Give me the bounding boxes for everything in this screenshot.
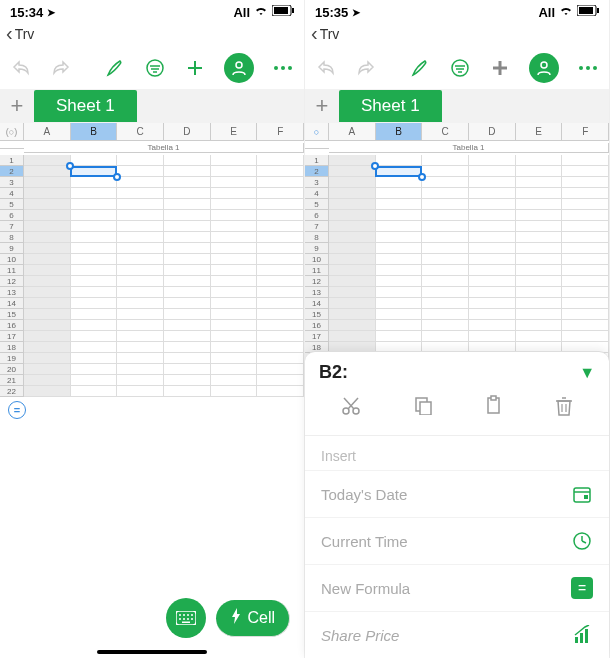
row-header[interactable]: 13	[0, 287, 24, 298]
row-header[interactable]: 22	[0, 386, 24, 397]
add-icon[interactable]	[184, 57, 206, 79]
insert-today-row[interactable]: Today's Date	[305, 470, 609, 517]
row-header[interactable]: 11	[305, 265, 329, 276]
row-header[interactable]: 19	[0, 353, 24, 364]
status-time: 15:34	[10, 5, 43, 20]
row-header[interactable]: 9	[305, 243, 329, 254]
undo-icon[interactable]	[10, 57, 32, 79]
cut-icon[interactable]	[340, 395, 362, 421]
more-icon[interactable]	[577, 57, 599, 79]
row-header[interactable]: 7	[305, 221, 329, 232]
keyboard-button[interactable]	[166, 598, 206, 638]
row-header[interactable]: 17	[0, 331, 24, 342]
row-header[interactable]: 12	[305, 276, 329, 287]
status-time: 15:35	[315, 5, 348, 20]
row-header[interactable]: 2	[0, 166, 24, 177]
col-header[interactable]: E	[211, 123, 258, 140]
row-header[interactable]: 5	[0, 199, 24, 210]
row-header[interactable]: 8	[305, 232, 329, 243]
row-header[interactable]: 1	[0, 155, 24, 166]
col-header[interactable]: A	[24, 123, 71, 140]
col-header[interactable]: D	[164, 123, 211, 140]
cell-button[interactable]: Cell	[216, 600, 290, 637]
redo-icon[interactable]	[355, 57, 377, 79]
row-header[interactable]: 9	[0, 243, 24, 254]
row-header[interactable]: 20	[0, 364, 24, 375]
filter-icon[interactable]	[449, 57, 471, 79]
insert-formula-row[interactable]: New Formula =	[305, 564, 609, 611]
row-header[interactable]: 13	[305, 287, 329, 298]
redo-icon[interactable]	[50, 57, 72, 79]
back-row[interactable]: ‹ Trv	[0, 22, 304, 47]
row-header[interactable]: 12	[0, 276, 24, 287]
add-sheet-button[interactable]: +	[0, 93, 34, 119]
row-header[interactable]: 8	[0, 232, 24, 243]
row-header[interactable]: 16	[305, 320, 329, 331]
row-header[interactable]: 10	[305, 254, 329, 265]
col-header[interactable]: C	[117, 123, 164, 140]
row-header[interactable]: 3	[305, 177, 329, 188]
col-header[interactable]: D	[469, 123, 516, 140]
sheet-tab[interactable]: Sheet 1	[339, 90, 442, 122]
delete-icon[interactable]	[554, 395, 574, 421]
wifi-icon	[254, 5, 268, 19]
copy-icon[interactable]	[413, 395, 433, 421]
row-header[interactable]: 14	[0, 298, 24, 309]
row-header[interactable]: 14	[305, 298, 329, 309]
sheet-tab[interactable]: Sheet 1	[34, 90, 137, 122]
row-header[interactable]: 11	[0, 265, 24, 276]
filter-icon[interactable]	[144, 57, 166, 79]
add-sheet-button[interactable]: +	[305, 93, 339, 119]
insert-share-row[interactable]: Share Price	[305, 611, 609, 658]
row-header[interactable]: 5	[305, 199, 329, 210]
insert-time-row[interactable]: Current Time	[305, 517, 609, 564]
svg-rect-2	[292, 8, 294, 13]
svg-point-11	[281, 66, 285, 70]
row-header[interactable]: 6	[0, 210, 24, 221]
row-header[interactable]: 16	[0, 320, 24, 331]
spreadsheet-grid[interactable]: (○) A B C D E F Tabella 1 1 2 3 4 5 6 7 …	[0, 123, 304, 397]
selection-handle-br[interactable]	[418, 173, 426, 181]
col-header[interactable]: F	[257, 123, 304, 140]
row-header[interactable]: 3	[0, 177, 24, 188]
row-header[interactable]: 17	[305, 331, 329, 342]
col-header[interactable]: C	[422, 123, 469, 140]
home-indicator[interactable]	[97, 650, 207, 654]
cell-selection[interactable]	[375, 166, 422, 177]
row-header[interactable]: 2	[305, 166, 329, 177]
row-header[interactable]: 1	[305, 155, 329, 166]
row-header[interactable]: 21	[0, 375, 24, 386]
more-icon[interactable]	[272, 57, 294, 79]
row-header[interactable]: 4	[305, 188, 329, 199]
col-header[interactable]: E	[516, 123, 563, 140]
row-header[interactable]: 15	[305, 309, 329, 320]
select-all-corner[interactable]: ○	[305, 123, 329, 140]
avatar-icon[interactable]	[529, 53, 559, 83]
formula-button[interactable]: =	[8, 401, 26, 419]
row-header[interactable]: 10	[0, 254, 24, 265]
selection-handle-tl[interactable]	[66, 162, 74, 170]
cell-selection[interactable]	[70, 166, 117, 177]
back-row[interactable]: ‹ Trv	[305, 22, 609, 47]
row-header[interactable]: 18	[0, 342, 24, 353]
select-all-corner[interactable]: (○)	[0, 123, 24, 140]
selection-handle-br[interactable]	[113, 173, 121, 181]
row-header[interactable]: 15	[0, 309, 24, 320]
row-header[interactable]: 6	[305, 210, 329, 221]
selection-handle-tl[interactable]	[371, 162, 379, 170]
brush-icon[interactable]	[409, 57, 431, 79]
insert-section-label: Insert	[305, 436, 609, 470]
row-header[interactable]: 7	[0, 221, 24, 232]
add-icon[interactable]	[489, 57, 511, 79]
collapse-icon[interactable]: ▼	[579, 364, 595, 382]
col-header[interactable]: F	[562, 123, 609, 140]
battery-icon	[577, 5, 599, 19]
avatar-icon[interactable]	[224, 53, 254, 83]
col-header[interactable]: B	[71, 123, 118, 140]
col-header[interactable]: A	[329, 123, 376, 140]
paste-icon[interactable]	[483, 395, 503, 421]
col-header[interactable]: B	[376, 123, 423, 140]
undo-icon[interactable]	[315, 57, 337, 79]
brush-icon[interactable]	[104, 57, 126, 79]
row-header[interactable]: 4	[0, 188, 24, 199]
